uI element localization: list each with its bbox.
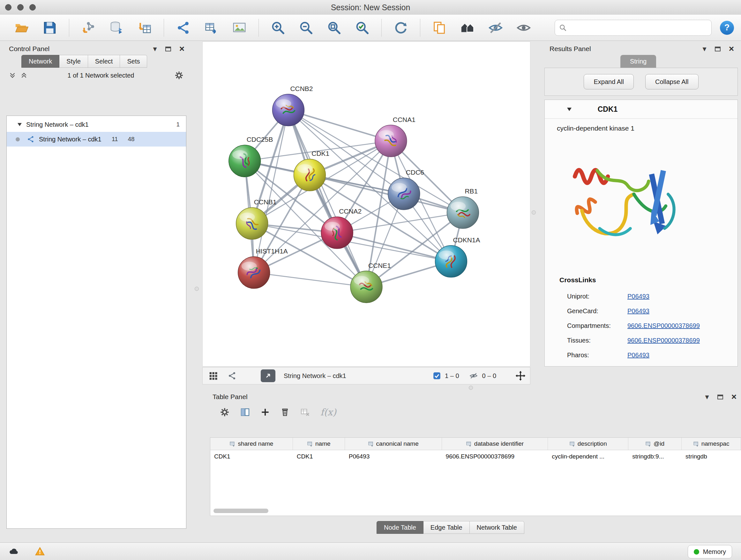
expand-all-tree-icon[interactable] bbox=[9, 72, 16, 79]
network-node-hist1h1a[interactable]: HIST1H1A bbox=[238, 247, 288, 289]
network-node-cdk1[interactable]: CDK1 bbox=[293, 150, 329, 191]
cell-namespace[interactable]: stringdb bbox=[682, 450, 741, 463]
network-edge[interactable] bbox=[254, 273, 366, 287]
show-columns-icon[interactable] bbox=[240, 407, 250, 417]
tab-select[interactable]: Select bbox=[88, 55, 120, 68]
network-node-rb1[interactable]: RB1 bbox=[447, 187, 479, 229]
crosslink-pharos-link[interactable]: P06493 bbox=[627, 352, 650, 359]
network-graph[interactable]: CCNB2CCNA1CDC25BCDK1CDC6RB1CCNB1CCNA2CDK… bbox=[203, 42, 530, 366]
tab-network-table[interactable]: Network Table bbox=[470, 521, 524, 534]
collapse-all-button[interactable]: Collapse All bbox=[645, 74, 698, 89]
splitter-handle[interactable] bbox=[532, 210, 536, 214]
tab-network[interactable]: Network bbox=[21, 55, 59, 68]
network-node-ccna1[interactable]: CCNA1 bbox=[375, 116, 415, 157]
entry-header[interactable]: CDK1 bbox=[545, 100, 738, 119]
search-box[interactable] bbox=[555, 20, 712, 36]
refresh-button[interactable] bbox=[392, 19, 410, 37]
window-close-button[interactable] bbox=[5, 4, 11, 10]
selected-checkbox-icon[interactable] bbox=[433, 372, 441, 380]
cloud-button[interactable] bbox=[6, 545, 22, 558]
splitter-handle[interactable] bbox=[469, 386, 473, 390]
network-edge[interactable] bbox=[288, 110, 366, 287]
hide-graphics-details-button[interactable] bbox=[487, 19, 504, 37]
gear-icon[interactable] bbox=[219, 407, 230, 417]
cell-database-identifier[interactable]: 9606.ENSP00000378699 bbox=[442, 450, 548, 463]
crosslink-genecard-link[interactable]: P06493 bbox=[627, 307, 650, 315]
new-network-from-selection-button[interactable] bbox=[174, 19, 192, 37]
cell-description[interactable]: cyclin-dependent ... bbox=[548, 450, 628, 463]
delete-column-icon[interactable] bbox=[280, 408, 290, 417]
tab-node-table[interactable]: Node Table bbox=[377, 521, 423, 534]
crosslink-tissues-link[interactable]: 9606.ENSP00000378699 bbox=[627, 337, 700, 344]
window-minimize-button[interactable] bbox=[17, 4, 23, 10]
gene-name: CDK1 bbox=[545, 100, 738, 118]
collapse-all-tree-icon[interactable] bbox=[20, 72, 27, 79]
hidden-eye-slash-icon[interactable] bbox=[469, 372, 478, 380]
export-table-button[interactable] bbox=[202, 19, 220, 37]
network-node-cdc25b[interactable]: CDC25B bbox=[229, 136, 273, 177]
search-input[interactable] bbox=[570, 23, 708, 32]
horizontal-scrollbar[interactable] bbox=[213, 509, 268, 513]
export-image-button[interactable] bbox=[230, 19, 248, 37]
collapse-panel-icon[interactable]: ▾ bbox=[705, 393, 709, 401]
crosslink-compartments-link[interactable]: 9606.ENSP00000378699 bbox=[627, 322, 700, 329]
column-header-shared-name[interactable]: shared name bbox=[210, 438, 293, 450]
network-view[interactable]: CCNB2CCNA1CDC25BCDK1CDC6RB1CCNB1CCNA2CDK… bbox=[202, 42, 530, 367]
help-button[interactable]: ? bbox=[720, 21, 734, 35]
close-panel-icon[interactable]: × bbox=[731, 392, 737, 401]
column-header-name[interactable]: name bbox=[293, 438, 345, 450]
crosslink-uniprot-link[interactable]: P06493 bbox=[627, 293, 650, 300]
zoom-selected-button[interactable] bbox=[353, 19, 371, 37]
network-node-ccnb2[interactable]: CCNB2 bbox=[273, 85, 313, 126]
float-panel-icon[interactable] bbox=[718, 395, 723, 399]
copy-document-button[interactable] bbox=[430, 19, 448, 37]
disclosure-triangle-icon[interactable] bbox=[17, 123, 22, 126]
column-header-canonical-name[interactable]: canonical name bbox=[345, 438, 442, 450]
float-panel-icon[interactable] bbox=[165, 47, 171, 51]
memory-button[interactable]: Memory bbox=[688, 545, 732, 558]
close-panel-icon[interactable]: × bbox=[729, 44, 734, 53]
network-collection-row[interactable]: String Network – cdk1 1 bbox=[7, 117, 186, 132]
float-panel-icon[interactable] bbox=[715, 47, 721, 51]
column-header-id[interactable]: @id bbox=[628, 438, 682, 450]
results-tab-string[interactable]: String bbox=[620, 55, 656, 68]
column-header-namespace[interactable]: namespac bbox=[682, 438, 741, 450]
cell-canonical-name[interactable]: P06493 bbox=[345, 450, 442, 463]
window-zoom-button[interactable] bbox=[29, 4, 36, 10]
splitter-handle[interactable] bbox=[195, 287, 199, 291]
disclosure-triangle-icon[interactable] bbox=[567, 108, 571, 111]
network-row-selected[interactable]: String Network – cdk1 11 48 bbox=[7, 132, 186, 146]
tab-sets[interactable]: Sets bbox=[120, 55, 147, 68]
warnings-button[interactable] bbox=[32, 545, 48, 558]
birds-eye-view-icon[interactable] bbox=[208, 371, 218, 381]
add-column-icon[interactable] bbox=[260, 408, 270, 417]
show-graphics-details-button[interactable] bbox=[515, 19, 533, 37]
network-node-cdc6[interactable]: CDC6 bbox=[388, 169, 424, 210]
tab-style[interactable]: Style bbox=[59, 55, 88, 68]
launch-network-window-button[interactable] bbox=[261, 369, 275, 382]
results-panel-header: Results Panel ▾ × bbox=[544, 43, 738, 55]
close-panel-icon[interactable]: × bbox=[179, 44, 185, 53]
zoom-out-button[interactable] bbox=[297, 19, 315, 37]
expand-all-button[interactable]: Expand All bbox=[584, 74, 634, 89]
cell-id[interactable]: stringdb:9... bbox=[628, 450, 682, 463]
home-button[interactable] bbox=[459, 19, 476, 37]
table-row[interactable]: CDK1 CDK1 P06493 9606.ENSP00000378699 cy… bbox=[210, 450, 741, 463]
gear-icon[interactable] bbox=[174, 71, 184, 80]
zoom-fit-button[interactable] bbox=[325, 19, 343, 37]
import-table-button[interactable] bbox=[136, 19, 153, 37]
column-header-description[interactable]: description bbox=[548, 438, 628, 450]
column-header-database-identifier[interactable]: database identifier bbox=[442, 438, 548, 450]
cell-name[interactable]: CDK1 bbox=[293, 450, 345, 463]
collapse-panel-icon[interactable]: ▾ bbox=[153, 45, 157, 53]
open-session-button[interactable] bbox=[13, 19, 30, 37]
collapse-panel-icon[interactable]: ▾ bbox=[703, 45, 706, 53]
zoom-in-button[interactable] bbox=[269, 19, 287, 37]
save-session-button[interactable] bbox=[41, 19, 59, 37]
network-overview-icon[interactable] bbox=[227, 371, 237, 380]
cell-shared-name[interactable]: CDK1 bbox=[210, 450, 293, 463]
pan-mode-icon[interactable] bbox=[515, 371, 526, 381]
tab-edge-table[interactable]: Edge Table bbox=[423, 521, 470, 534]
import-network-database-button[interactable] bbox=[108, 19, 125, 37]
import-network-file-button[interactable] bbox=[79, 19, 97, 37]
